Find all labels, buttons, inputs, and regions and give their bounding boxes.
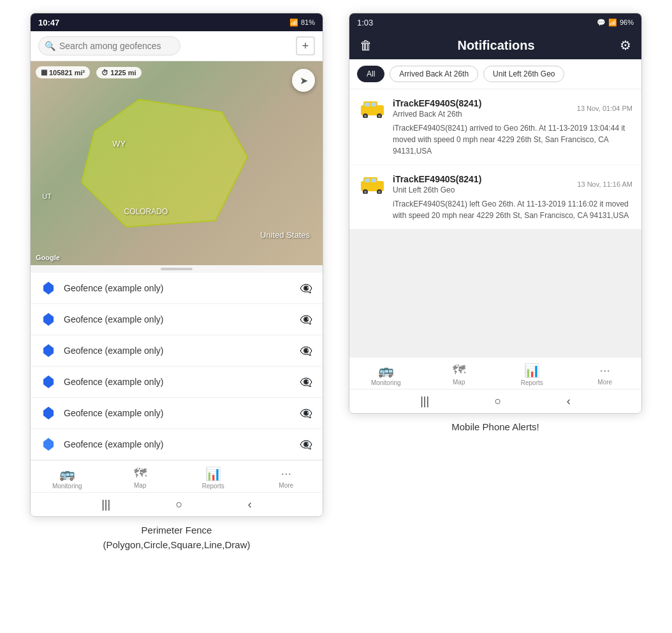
geofence-icon-5 bbox=[41, 437, 56, 452]
nav-monitoring-label: Monitoring bbox=[52, 483, 82, 490]
svg-point-12 bbox=[364, 115, 367, 117]
right-android-back-btn[interactable]: ‹ bbox=[567, 395, 571, 408]
geofence-name-2: Geofence (example only) bbox=[64, 346, 292, 356]
eye-slash-icon-0[interactable]: 👁‍🗨 bbox=[300, 282, 312, 295]
left-status-time: 10:47 bbox=[38, 18, 59, 27]
notif-body-0: iTrackEF4940S(8241) arrived to Geo 26th.… bbox=[358, 122, 632, 157]
trash-icon[interactable]: 🗑 bbox=[360, 38, 372, 53]
right-nav-monitoring[interactable]: 🚌 Monitoring bbox=[349, 363, 423, 386]
notif-body-1: iTrackEF4940S(8241) left Geo 26th. At 11… bbox=[358, 198, 632, 221]
car-avatar-0 bbox=[358, 97, 386, 120]
notif-event-0: Arrived Back At 26th bbox=[393, 110, 571, 119]
svg-rect-10 bbox=[371, 103, 376, 106]
notification-card-1[interactable]: iTrackEF4940S(8241) Unit Left 26th Geo 1… bbox=[349, 165, 641, 229]
map-stat-area: ▦ 105821 mi² bbox=[36, 66, 90, 78]
right-bottom-nav: 🚌 Monitoring 🗺 Map 📊 Reports ··· More bbox=[349, 357, 641, 389]
notification-list: iTrackEF4940S(8241) Arrived Back At 26th… bbox=[349, 89, 641, 357]
nav-more[interactable]: ··· More bbox=[250, 466, 323, 490]
android-home-btn[interactable]: ○ bbox=[176, 498, 183, 511]
right-nav-reports[interactable]: 📊 Reports bbox=[495, 363, 569, 386]
notif-device-0: iTrackEF4940S(8241) bbox=[393, 98, 571, 108]
geofence-item[interactable]: Geofence (example only) 👁‍🗨 bbox=[31, 273, 323, 304]
chat-icon: 💬 bbox=[597, 18, 606, 27]
geofence-list: Geofence (example only) 👁‍🗨 Geofence (ex… bbox=[31, 273, 323, 460]
wifi-icon: 📶 bbox=[289, 18, 298, 27]
geofence-item[interactable]: Geofence (example only) 👁‍🗨 bbox=[31, 429, 323, 460]
notification-card-0[interactable]: iTrackEF4940S(8241) Arrived Back At 26th… bbox=[349, 89, 641, 164]
notifications-header: 🗑 Notifications ⚙ bbox=[349, 31, 641, 59]
geofence-item[interactable]: Geofence (example only) 👁‍🗨 bbox=[31, 398, 323, 429]
right-android-home-btn[interactable]: ○ bbox=[495, 395, 502, 408]
search-icon: 🔍 bbox=[45, 41, 55, 51]
geofence-screen-frame: 10:47 📶 81% 🔍 + bbox=[30, 13, 323, 517]
left-phone-screen: 10:47 📶 81% 🔍 + bbox=[30, 13, 323, 552]
geofence-icon-2 bbox=[41, 343, 56, 358]
geofence-name-5: Geofence (example only) bbox=[64, 439, 292, 449]
nav-reports[interactable]: 📊 Reports bbox=[177, 466, 250, 490]
right-nav-reports-label: Reports bbox=[521, 379, 543, 386]
filter-arrived[interactable]: Arrived Back At 26th bbox=[390, 66, 478, 82]
settings-icon[interactable]: ⚙ bbox=[620, 38, 631, 53]
right-nav-more[interactable]: ··· More bbox=[569, 363, 642, 386]
svg-rect-17 bbox=[365, 178, 370, 182]
map-label-ut: UT bbox=[42, 193, 52, 200]
android-back-btn[interactable]: ‹ bbox=[248, 498, 252, 511]
left-bottom-nav: 🚌 Monitoring 🗺 Map 📊 Reports ··· More bbox=[31, 460, 323, 492]
right-status-bar: 1:03 💬 📶 96% bbox=[349, 13, 641, 31]
car-icon-1 bbox=[358, 175, 386, 194]
right-wifi-icon: 📶 bbox=[608, 18, 617, 27]
eye-slash-icon-4[interactable]: 👁‍🗨 bbox=[300, 407, 312, 419]
svg-point-22 bbox=[378, 191, 381, 193]
filter-unit-left[interactable]: Unit Left 26th Geo bbox=[483, 66, 564, 82]
right-map-icon: 🗺 bbox=[453, 363, 465, 377]
right-nav-map[interactable]: 🗺 Map bbox=[423, 363, 496, 386]
right-battery-icon: 96% bbox=[620, 18, 634, 26]
geofence-icon-4 bbox=[41, 405, 56, 421]
battery-icon: 81% bbox=[301, 18, 315, 26]
notif-title-row-1: iTrackEF4940S(8241) Unit Left 26th Geo bbox=[393, 174, 571, 194]
compass-button[interactable]: ➤ bbox=[292, 69, 315, 92]
add-geofence-button[interactable]: + bbox=[296, 36, 315, 55]
filter-row: All Arrived Back At 26th Unit Left 26th … bbox=[349, 59, 641, 89]
notif-event-1: Unit Left 26th Geo bbox=[393, 186, 571, 194]
scroll-bar bbox=[161, 268, 193, 270]
nav-monitoring[interactable]: 🚌 Monitoring bbox=[31, 466, 104, 490]
nav-reports-label: Reports bbox=[202, 483, 224, 490]
geofence-item[interactable]: Geofence (example only) 👁‍🗨 bbox=[31, 367, 323, 398]
geofence-item[interactable]: Geofence (example only) 👁‍🗨 bbox=[31, 304, 323, 335]
eye-slash-icon-5[interactable]: 👁‍🗨 bbox=[300, 439, 312, 451]
map-area[interactable]: ▦ 105821 mi² ⏱ 1225 mi WY UT COLORADO Un… bbox=[31, 61, 323, 265]
eye-slash-icon-1[interactable]: 👁‍🗨 bbox=[300, 314, 312, 326]
search-input[interactable] bbox=[38, 36, 180, 55]
svg-point-20 bbox=[364, 191, 367, 193]
svg-marker-4 bbox=[43, 375, 54, 388]
filter-all[interactable]: All bbox=[357, 66, 384, 82]
eye-slash-icon-3[interactable]: 👁‍🗨 bbox=[300, 376, 312, 388]
right-status-time: 1:03 bbox=[357, 18, 373, 27]
right-monitoring-icon: 🚌 bbox=[378, 363, 394, 378]
notif-timestamp-0: 13 Nov, 01:04 PM bbox=[577, 105, 632, 112]
car-icon-0 bbox=[358, 99, 386, 118]
right-phone-screen: 1:03 💬 📶 96% 🗑 Notifications ⚙ All Arriv… bbox=[349, 13, 642, 435]
map-background: ▦ 105821 mi² ⏱ 1225 mi WY UT COLORADO Un… bbox=[31, 61, 323, 265]
nav-map[interactable]: 🗺 Map bbox=[104, 466, 177, 490]
right-nav-map-label: Map bbox=[453, 379, 465, 386]
svg-marker-6 bbox=[43, 438, 54, 451]
eye-slash-icon-2[interactable]: 👁‍🗨 bbox=[300, 345, 312, 357]
google-logo: Google bbox=[36, 254, 60, 261]
right-android-recent-btn[interactable]: ||| bbox=[420, 395, 429, 408]
search-bar: 🔍 + bbox=[31, 31, 323, 61]
right-nav-monitoring-label: Monitoring bbox=[371, 379, 401, 386]
geofence-name-4: Geofence (example only) bbox=[64, 408, 292, 418]
notif-card-header-1: iTrackEF4940S(8241) Unit Left 26th Geo 1… bbox=[358, 173, 632, 196]
map-stat-distance: ⏱ 1225 mi bbox=[96, 67, 141, 78]
right-more-icon: ··· bbox=[599, 363, 610, 377]
android-recent-btn[interactable]: ||| bbox=[101, 498, 110, 511]
map-label-wy: WY bbox=[112, 139, 126, 149]
map-stats: ▦ 105821 mi² ⏱ 1225 mi bbox=[36, 66, 142, 78]
geofence-icon-1 bbox=[41, 312, 56, 327]
geofence-name-3: Geofence (example only) bbox=[64, 377, 292, 387]
svg-marker-5 bbox=[43, 407, 54, 419]
notif-device-1: iTrackEF4940S(8241) bbox=[393, 174, 571, 184]
geofence-item[interactable]: Geofence (example only) 👁‍🗨 bbox=[31, 335, 323, 367]
